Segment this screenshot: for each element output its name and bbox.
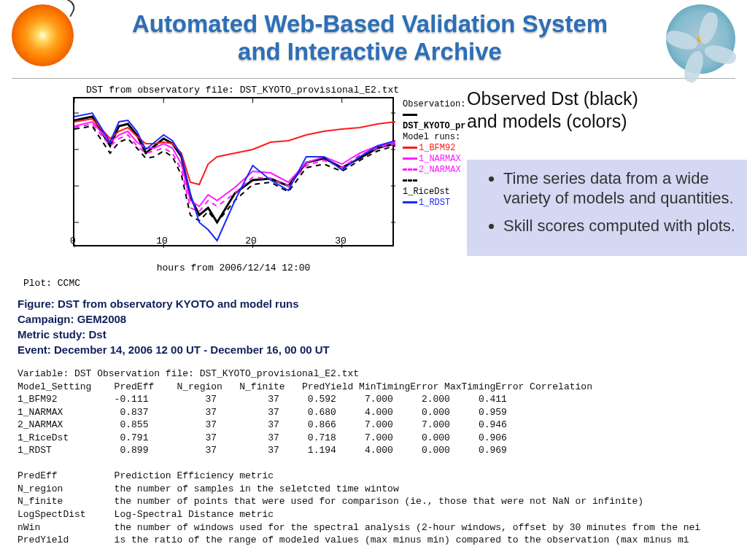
title-line2: and Interactive Archive — [238, 38, 502, 65]
figmeta-line: Metric study: Dst — [18, 327, 729, 342]
dst-chart: DST from observatory file: DST_KYOTO_pro… — [18, 85, 441, 289]
figure-metadata: Figure: DST from observatory KYOTO and m… — [18, 296, 729, 357]
bullet-item: Skill scores computed with plots. — [503, 216, 743, 236]
legend-item: 1_RDST — [419, 198, 450, 208]
skill-score-table: Variable: DST Observation file: DST_KYOT… — [18, 368, 729, 547]
header: Automated Web-Based Validation System an… — [0, 0, 747, 78]
xtick: 0 — [70, 236, 76, 246]
annot-line1: Observed Dst (black) — [467, 88, 638, 109]
legend-item: 1_NARMAX — [419, 154, 461, 164]
figmeta-line: Campaign: GEM2008 — [18, 311, 729, 327]
legend-item: 1_RiceDst — [403, 187, 450, 197]
sun-logo-icon — [12, 4, 74, 66]
bullet-box: Time series data from a wide variety of … — [467, 160, 747, 257]
title-line1: Automated Web-Based Validation System — [132, 10, 608, 37]
annot-line2: and models (colors) — [467, 111, 627, 131]
chart-legend: Observation: DST_KYOTO_pr Model runs: 1_… — [403, 99, 465, 209]
xtick: 20 — [245, 236, 257, 246]
chart-canvas — [74, 98, 395, 248]
chart-title: DST from observatory file: DST_KYOTO_pro… — [86, 85, 441, 96]
figmeta-line: Event: December 14, 2006 12 00 UT - Dece… — [18, 342, 729, 357]
legend-obs: DST_KYOTO_pr — [403, 121, 465, 131]
legend-item: 1_BFM92 — [419, 143, 455, 153]
legend-item: 2_NARMAX — [419, 165, 461, 175]
page-title: Automated Web-Based Validation System an… — [74, 4, 666, 66]
chart-annotation: Observed Dst (black) and models (colors) — [467, 88, 747, 133]
legend-header: Model runs: — [403, 132, 465, 143]
chart-source: Plot: CCMC — [23, 278, 441, 289]
xtick: 10 — [156, 236, 168, 246]
chart-xlabel: hours from 2006/12/14 12:00 — [73, 262, 394, 273]
earth-swirl-icon — [666, 4, 735, 74]
bullet-item: Time series data from a wide variety of … — [503, 168, 743, 209]
figmeta-line: Figure: DST from observatory KYOTO and m… — [18, 296, 729, 311]
xtick: 30 — [335, 236, 347, 246]
legend-header: Observation: — [403, 99, 465, 110]
